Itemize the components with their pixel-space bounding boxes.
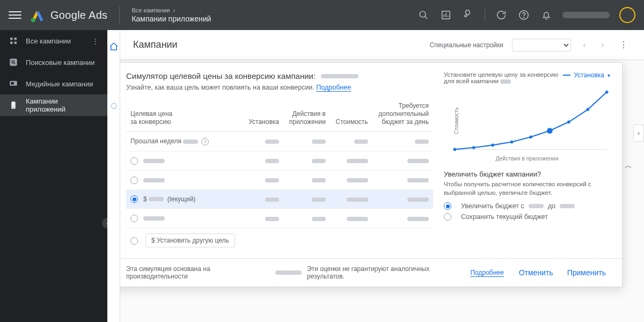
- dialog-subtitle: Узнайте, как ваша цель может повлиять на…: [126, 84, 433, 91]
- svg-rect-9: [10, 38, 13, 40]
- chart-title: Установите целевую цену за конверсию для…: [444, 71, 563, 84]
- radio[interactable]: [444, 213, 451, 221]
- chart-legend[interactable]: Установка ▾: [563, 71, 610, 79]
- radio[interactable]: [130, 157, 138, 165]
- sidebar-item-label: Медийные кампании: [26, 80, 93, 88]
- sidebar-item-all[interactable]: Все кампании ⋮: [0, 30, 107, 52]
- brand: Google Ads: [50, 9, 107, 21]
- tools-icon[interactable]: [462, 9, 475, 21]
- svg-point-26: [547, 128, 553, 134]
- set-other-button[interactable]: $ Установить другую цель: [145, 233, 235, 247]
- reports-icon[interactable]: [440, 9, 452, 21]
- page-header: Кампании Специальные настройки ‹ › ⋮: [120, 30, 644, 60]
- col-target: Целевая ценаза конверсию: [126, 99, 243, 132]
- breadcrumb[interactable]: Все кампании› Кампании приложений: [131, 7, 211, 23]
- footer-learn-more[interactable]: Подробнее: [470, 269, 503, 277]
- svg-point-22: [472, 146, 475, 149]
- col-budget: Требуетсядополнительныйбюджет за день: [372, 99, 433, 132]
- display-icon: [9, 79, 18, 89]
- svg-point-28: [586, 108, 589, 111]
- search-icon[interactable]: [417, 9, 430, 21]
- apply-button[interactable]: Применить: [563, 266, 610, 279]
- svg-rect-12: [14, 42, 17, 45]
- notifications-icon[interactable]: [540, 9, 553, 21]
- budget-option-increase[interactable]: Увеличить бюджет с до: [444, 202, 610, 210]
- more-icon[interactable]: ⋮: [92, 37, 99, 45]
- svg-rect-10: [14, 38, 17, 40]
- account-name[interactable]: [562, 12, 610, 18]
- refresh-icon[interactable]: [495, 9, 508, 21]
- col-cost: Стоимость: [330, 99, 372, 132]
- collapse-icon[interactable]: ︿: [625, 161, 632, 171]
- subnav-strip: ◌: [107, 30, 120, 322]
- simulator-table: Целевая ценаза конверсию Установка Дейст…: [126, 99, 433, 253]
- table-row[interactable]: [126, 170, 433, 189]
- chart-ylabel: Стоимость: [453, 107, 459, 134]
- chart: Стоимость: [451, 89, 610, 153]
- svg-point-21: [453, 148, 456, 151]
- page-title: Кампании: [133, 39, 178, 50]
- table-row-custom[interactable]: $ Установить другую цель: [126, 228, 433, 253]
- dialog-footer: Эта симуляция основана на производительн…: [114, 258, 622, 287]
- svg-rect-11: [10, 42, 13, 45]
- help-icon[interactable]: ?: [201, 138, 209, 145]
- sidebar-item-label: Поисковые кампании: [26, 58, 95, 67]
- next-button[interactable]: ›: [598, 40, 608, 50]
- svg-point-29: [605, 91, 608, 94]
- svg-line-2: [425, 17, 428, 19]
- svg-point-23: [491, 143, 494, 147]
- sidebar: Все кампании ⋮ Поисковые кампании Медийн…: [0, 30, 107, 322]
- svg-point-8: [523, 17, 524, 18]
- chart-xlabel: Действия в приложении: [444, 155, 610, 162]
- avatar[interactable]: [619, 7, 635, 23]
- svg-rect-13: [10, 58, 17, 66]
- radio[interactable]: [444, 202, 451, 210]
- budget-help: Чтобы получить расчетное количество конв…: [444, 180, 610, 197]
- prev-button[interactable]: ‹: [580, 40, 589, 50]
- svg-point-1: [420, 11, 426, 17]
- special-label: Специальные настройки: [430, 41, 503, 49]
- expand-panel-button[interactable]: ›: [633, 125, 644, 142]
- search-square-icon: [9, 57, 18, 67]
- radio[interactable]: [130, 237, 138, 245]
- subnav-indicator: ◌: [111, 101, 117, 109]
- special-select[interactable]: [512, 39, 571, 52]
- grid-icon: [9, 36, 18, 46]
- learn-more-link[interactable]: Подробнее: [316, 84, 351, 92]
- dialog-title: Симулятор целевой цены за конверсию камп…: [126, 71, 433, 80]
- footer-text-2: Эти оценки не гарантируют аналогичных ре…: [307, 265, 465, 280]
- home-icon[interactable]: [109, 42, 119, 54]
- budget-option-keep[interactable]: Сохранить текущий бюджет: [444, 213, 610, 221]
- simulator-dialog: Симулятор целевой цены за конверсию камп…: [114, 62, 623, 287]
- radio[interactable]: [130, 215, 138, 222]
- table-row[interactable]: [126, 209, 433, 228]
- chevron-down-icon: ▾: [608, 72, 610, 78]
- sidebar-item-label: Все кампании: [26, 37, 71, 45]
- breadcrumb-all[interactable]: Все кампании: [131, 7, 170, 13]
- top-bar: Google Ads Все кампании› Кампании прилож…: [0, 0, 644, 30]
- menu-button[interactable]: [9, 9, 21, 21]
- svg-point-0: [31, 18, 35, 22]
- radio[interactable]: [130, 195, 138, 203]
- budget-question: Увеличить бюджет кампании?: [444, 170, 610, 178]
- table-row[interactable]: [126, 151, 433, 171]
- divider: [485, 9, 485, 21]
- sidebar-item-display[interactable]: Медийные кампании: [0, 73, 107, 94]
- footer-text-1: Эта симуляция основана на производительн…: [126, 265, 270, 280]
- col-inapp: Действия вприложении: [283, 99, 330, 132]
- radio[interactable]: [130, 177, 138, 184]
- svg-rect-17: [11, 82, 14, 85]
- app-icon: [9, 100, 18, 110]
- help-icon[interactable]: [517, 9, 530, 21]
- cancel-button[interactable]: Отменить: [515, 266, 558, 279]
- table-row-past: Прошлая неделя ?: [126, 132, 433, 151]
- svg-point-25: [529, 135, 532, 138]
- col-install: Установка: [243, 99, 283, 132]
- svg-point-27: [567, 120, 570, 123]
- svg-point-19: [13, 107, 14, 108]
- breadcrumb-current: Кампании приложений: [131, 14, 211, 23]
- sidebar-item-search[interactable]: Поисковые кампании: [0, 52, 107, 73]
- more-menu[interactable]: ⋮: [616, 40, 631, 50]
- sidebar-item-app[interactable]: Кампании приложений: [0, 94, 107, 116]
- table-row-current[interactable]: $ (tекущий): [126, 189, 433, 209]
